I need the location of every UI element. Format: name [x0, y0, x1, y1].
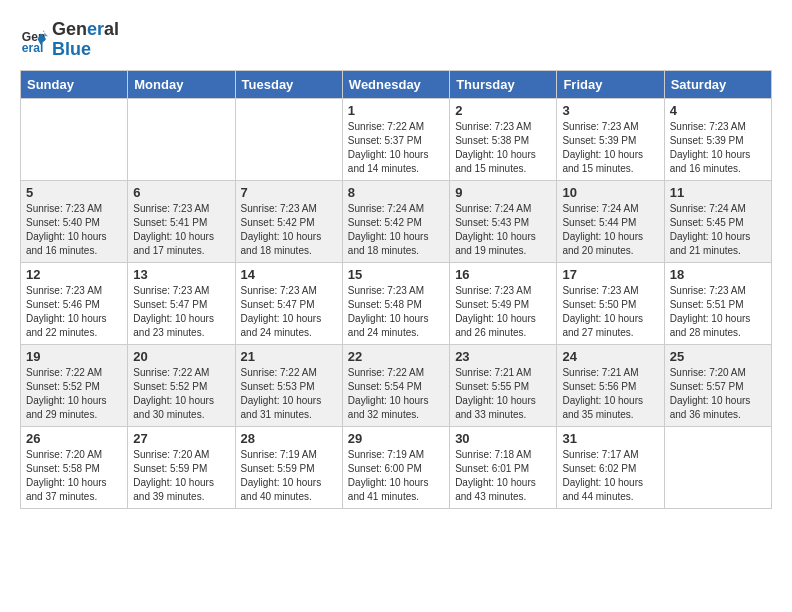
day-number: 9 — [455, 185, 551, 200]
calendar-cell: 2Sunrise: 7:23 AMSunset: 5:38 PMDaylight… — [450, 98, 557, 180]
day-number: 27 — [133, 431, 229, 446]
day-number: 14 — [241, 267, 337, 282]
day-info: Sunrise: 7:23 AMSunset: 5:40 PMDaylight:… — [26, 202, 122, 258]
day-info: Sunrise: 7:24 AMSunset: 5:44 PMDaylight:… — [562, 202, 658, 258]
day-info: Sunrise: 7:23 AMSunset: 5:50 PMDaylight:… — [562, 284, 658, 340]
day-info: Sunrise: 7:17 AMSunset: 6:02 PMDaylight:… — [562, 448, 658, 504]
day-number: 15 — [348, 267, 444, 282]
day-number: 2 — [455, 103, 551, 118]
day-number: 29 — [348, 431, 444, 446]
day-info: Sunrise: 7:24 AMSunset: 5:43 PMDaylight:… — [455, 202, 551, 258]
day-info: Sunrise: 7:19 AMSunset: 5:59 PMDaylight:… — [241, 448, 337, 504]
calendar-cell: 19Sunrise: 7:22 AMSunset: 5:52 PMDayligh… — [21, 344, 128, 426]
day-info: Sunrise: 7:24 AMSunset: 5:45 PMDaylight:… — [670, 202, 766, 258]
calendar-week-row: 5Sunrise: 7:23 AMSunset: 5:40 PMDaylight… — [21, 180, 772, 262]
day-number: 23 — [455, 349, 551, 364]
day-number: 31 — [562, 431, 658, 446]
day-info: Sunrise: 7:23 AMSunset: 5:42 PMDaylight:… — [241, 202, 337, 258]
day-info: Sunrise: 7:22 AMSunset: 5:52 PMDaylight:… — [26, 366, 122, 422]
calendar-cell: 16Sunrise: 7:23 AMSunset: 5:49 PMDayligh… — [450, 262, 557, 344]
calendar-cell: 18Sunrise: 7:23 AMSunset: 5:51 PMDayligh… — [664, 262, 771, 344]
day-number: 17 — [562, 267, 658, 282]
day-info: Sunrise: 7:23 AMSunset: 5:39 PMDaylight:… — [562, 120, 658, 176]
day-info: Sunrise: 7:21 AMSunset: 5:55 PMDaylight:… — [455, 366, 551, 422]
calendar-cell: 21Sunrise: 7:22 AMSunset: 5:53 PMDayligh… — [235, 344, 342, 426]
calendar-cell: 6Sunrise: 7:23 AMSunset: 5:41 PMDaylight… — [128, 180, 235, 262]
calendar-cell: 5Sunrise: 7:23 AMSunset: 5:40 PMDaylight… — [21, 180, 128, 262]
day-number: 3 — [562, 103, 658, 118]
calendar-week-row: 12Sunrise: 7:23 AMSunset: 5:46 PMDayligh… — [21, 262, 772, 344]
calendar-cell: 17Sunrise: 7:23 AMSunset: 5:50 PMDayligh… — [557, 262, 664, 344]
calendar-week-row: 26Sunrise: 7:20 AMSunset: 5:58 PMDayligh… — [21, 426, 772, 508]
calendar-table: SundayMondayTuesdayWednesdayThursdayFrid… — [20, 70, 772, 509]
day-info: Sunrise: 7:22 AMSunset: 5:37 PMDaylight:… — [348, 120, 444, 176]
day-info: Sunrise: 7:24 AMSunset: 5:42 PMDaylight:… — [348, 202, 444, 258]
calendar-cell — [235, 98, 342, 180]
day-of-week-header: Thursday — [450, 70, 557, 98]
calendar-cell: 4Sunrise: 7:23 AMSunset: 5:39 PMDaylight… — [664, 98, 771, 180]
day-info: Sunrise: 7:23 AMSunset: 5:38 PMDaylight:… — [455, 120, 551, 176]
calendar-cell: 14Sunrise: 7:23 AMSunset: 5:47 PMDayligh… — [235, 262, 342, 344]
calendar-cell — [128, 98, 235, 180]
day-info: Sunrise: 7:23 AMSunset: 5:49 PMDaylight:… — [455, 284, 551, 340]
day-number: 1 — [348, 103, 444, 118]
day-number: 20 — [133, 349, 229, 364]
calendar-cell: 13Sunrise: 7:23 AMSunset: 5:47 PMDayligh… — [128, 262, 235, 344]
calendar-cell: 12Sunrise: 7:23 AMSunset: 5:46 PMDayligh… — [21, 262, 128, 344]
day-info: Sunrise: 7:22 AMSunset: 5:53 PMDaylight:… — [241, 366, 337, 422]
day-number: 7 — [241, 185, 337, 200]
day-number: 19 — [26, 349, 122, 364]
day-info: Sunrise: 7:23 AMSunset: 5:46 PMDaylight:… — [26, 284, 122, 340]
calendar-cell — [21, 98, 128, 180]
day-number: 25 — [670, 349, 766, 364]
calendar-week-row: 19Sunrise: 7:22 AMSunset: 5:52 PMDayligh… — [21, 344, 772, 426]
calendar-cell: 26Sunrise: 7:20 AMSunset: 5:58 PMDayligh… — [21, 426, 128, 508]
calendar-cell: 7Sunrise: 7:23 AMSunset: 5:42 PMDaylight… — [235, 180, 342, 262]
calendar-cell: 30Sunrise: 7:18 AMSunset: 6:01 PMDayligh… — [450, 426, 557, 508]
day-info: Sunrise: 7:20 AMSunset: 5:57 PMDaylight:… — [670, 366, 766, 422]
calendar-cell: 3Sunrise: 7:23 AMSunset: 5:39 PMDaylight… — [557, 98, 664, 180]
calendar-cell: 10Sunrise: 7:24 AMSunset: 5:44 PMDayligh… — [557, 180, 664, 262]
day-info: Sunrise: 7:21 AMSunset: 5:56 PMDaylight:… — [562, 366, 658, 422]
calendar-cell: 1Sunrise: 7:22 AMSunset: 5:37 PMDaylight… — [342, 98, 449, 180]
day-info: Sunrise: 7:20 AMSunset: 5:59 PMDaylight:… — [133, 448, 229, 504]
day-number: 12 — [26, 267, 122, 282]
day-of-week-header: Friday — [557, 70, 664, 98]
calendar-cell — [664, 426, 771, 508]
day-info: Sunrise: 7:23 AMSunset: 5:48 PMDaylight:… — [348, 284, 444, 340]
day-number: 26 — [26, 431, 122, 446]
day-info: Sunrise: 7:22 AMSunset: 5:52 PMDaylight:… — [133, 366, 229, 422]
day-number: 10 — [562, 185, 658, 200]
day-info: Sunrise: 7:23 AMSunset: 5:47 PMDaylight:… — [241, 284, 337, 340]
day-info: Sunrise: 7:22 AMSunset: 5:54 PMDaylight:… — [348, 366, 444, 422]
calendar-header-row: SundayMondayTuesdayWednesdayThursdayFrid… — [21, 70, 772, 98]
page-header: Gen eral General Blue — [20, 20, 772, 60]
calendar-cell: 8Sunrise: 7:24 AMSunset: 5:42 PMDaylight… — [342, 180, 449, 262]
calendar-cell: 11Sunrise: 7:24 AMSunset: 5:45 PMDayligh… — [664, 180, 771, 262]
day-number: 4 — [670, 103, 766, 118]
day-number: 28 — [241, 431, 337, 446]
day-number: 6 — [133, 185, 229, 200]
day-number: 16 — [455, 267, 551, 282]
day-number: 21 — [241, 349, 337, 364]
day-of-week-header: Monday — [128, 70, 235, 98]
calendar-cell: 29Sunrise: 7:19 AMSunset: 6:00 PMDayligh… — [342, 426, 449, 508]
day-info: Sunrise: 7:23 AMSunset: 5:41 PMDaylight:… — [133, 202, 229, 258]
day-number: 30 — [455, 431, 551, 446]
calendar-cell: 23Sunrise: 7:21 AMSunset: 5:55 PMDayligh… — [450, 344, 557, 426]
day-number: 22 — [348, 349, 444, 364]
day-info: Sunrise: 7:23 AMSunset: 5:51 PMDaylight:… — [670, 284, 766, 340]
calendar-cell: 9Sunrise: 7:24 AMSunset: 5:43 PMDaylight… — [450, 180, 557, 262]
day-of-week-header: Wednesday — [342, 70, 449, 98]
logo-text: General Blue — [52, 20, 119, 60]
day-info: Sunrise: 7:19 AMSunset: 6:00 PMDaylight:… — [348, 448, 444, 504]
day-number: 13 — [133, 267, 229, 282]
calendar-cell: 20Sunrise: 7:22 AMSunset: 5:52 PMDayligh… — [128, 344, 235, 426]
calendar-week-row: 1Sunrise: 7:22 AMSunset: 5:37 PMDaylight… — [21, 98, 772, 180]
logo-icon: Gen eral — [20, 26, 48, 54]
day-number: 5 — [26, 185, 122, 200]
day-of-week-header: Sunday — [21, 70, 128, 98]
calendar-cell: 24Sunrise: 7:21 AMSunset: 5:56 PMDayligh… — [557, 344, 664, 426]
logo: Gen eral General Blue — [20, 20, 119, 60]
day-info: Sunrise: 7:18 AMSunset: 6:01 PMDaylight:… — [455, 448, 551, 504]
